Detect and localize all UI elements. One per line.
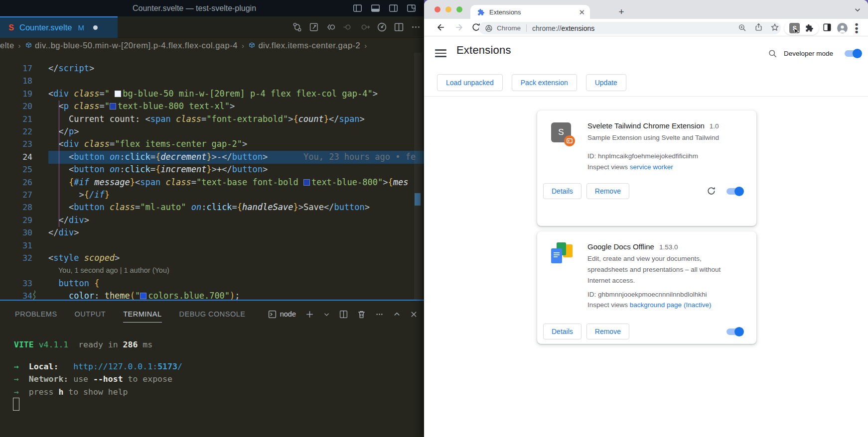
color-swatch — [115, 91, 121, 97]
load-unpacked-button[interactable]: Load unpacked — [437, 74, 503, 91]
open-changes-icon[interactable] — [309, 22, 319, 32]
git-compare-icon[interactable] — [292, 22, 302, 32]
terminal-line: VITE v4.1.1 ready in 286 ms — [14, 338, 152, 351]
new-tab-button[interactable]: + — [614, 5, 628, 19]
chrome-tab-strip: Extensions ✕ + — [424, 0, 868, 19]
terminal-line: → Local: http://127.0.0.1:5173/ — [14, 360, 182, 373]
active-extension-pill: S — [784, 21, 819, 35]
reading-mode-icon[interactable] — [823, 23, 832, 32]
tab-unsaved-dot[interactable] — [93, 25, 98, 30]
more-actions-icon[interactable] — [411, 22, 421, 32]
extension-card-docs: Google Docs Offline1.53.0Edit, create an… — [537, 231, 756, 344]
line-number: 25 — [0, 163, 32, 176]
forward-icon[interactable] — [454, 22, 464, 32]
extension-version: 1.53.0 — [659, 243, 678, 251]
terminal-line: → Network: use --host to expose — [14, 373, 172, 385]
extension-description: Edit, create and view your documents, — [587, 253, 702, 264]
extension-favicon — [477, 8, 485, 16]
toggle-secondary-sidebar-icon[interactable] — [389, 3, 398, 13]
extension-enabled-toggle[interactable] — [726, 188, 743, 195]
terminal-line: → press h to show help — [14, 386, 128, 398]
tab-title: Extensions — [489, 8, 574, 16]
code-line-30: </div> — [48, 226, 79, 239]
site-info-icon[interactable] — [485, 24, 493, 32]
editor-scrollbar[interactable] — [414, 53, 422, 300]
address-bar[interactable]: Chrome chrome://extensions — [479, 22, 781, 34]
color-swatch — [140, 293, 146, 299]
close-tab-icon[interactable]: ✕ — [579, 8, 585, 16]
bookmark-star-icon[interactable] — [770, 23, 779, 32]
line-number: 33 — [0, 277, 32, 290]
screen: Counter.svelte — test-svelte-plugin S Co… — [0, 0, 868, 437]
vscode-window-title: Counter.svelte — test-svelte-plugin — [0, 0, 389, 16]
extensions-puzzle-icon[interactable] — [805, 24, 814, 32]
code-line-27: >{/if} — [48, 189, 110, 201]
prev-change-icon[interactable] — [343, 22, 353, 32]
code-line-26: {#if message}<span class="text-base font… — [48, 176, 408, 189]
toggle-panel-icon[interactable] — [371, 3, 380, 13]
terminal-output[interactable]: VITE v4.1.1 ready in 286 ms→ Local: http… — [0, 301, 424, 437]
code-line-34: color: theme("colors.blue.700"); — [48, 290, 240, 300]
share-icon[interactable] — [754, 23, 763, 31]
pack-extension-button[interactable]: Pack extension — [512, 74, 577, 91]
extension-id: ID: hnplmcaikgfoehmeiejokedfificiihm — [587, 152, 698, 160]
customize-layout-icon[interactable] — [407, 3, 416, 13]
developer-mode-label: Developer mode — [784, 50, 833, 57]
breadcrumb-item[interactable]: div.flex.items-center.gap-2 — [258, 41, 360, 50]
line-number: 24 — [0, 151, 32, 163]
details-button[interactable]: Details — [543, 324, 581, 339]
extension-description: spreadsheets and presentations – all wit… — [587, 264, 721, 275]
google-docs-icon — [551, 242, 574, 265]
next-change-icon[interactable] — [360, 22, 370, 32]
inspect-views-link[interactable]: background page (Inactive) — [630, 301, 712, 309]
line-number: 30 — [0, 226, 32, 239]
editor-actions — [292, 16, 421, 38]
header-divider — [424, 96, 868, 97]
minimize-window-button[interactable] — [445, 6, 451, 12]
breadcrumb-item[interactable]: elte — [0, 41, 14, 50]
browser-tab-extensions[interactable]: Extensions ✕ — [470, 5, 590, 19]
breadcrumb-item[interactable]: div..bg-blue-50.min-w-[20rem].p-4.flex.f… — [35, 41, 238, 50]
vscode-tab-bar: S Counter.svelte M — [0, 16, 424, 38]
developer-mode-toggle[interactable] — [845, 50, 861, 57]
code-line-17: </script> — [48, 62, 94, 75]
chrome-menu-icon[interactable]: ••• — [855, 22, 859, 34]
page-title: Extensions — [456, 44, 511, 57]
svelte-extension-toolbar-icon[interactable]: S — [789, 23, 800, 33]
remove-button[interactable]: Remove — [586, 183, 629, 199]
menu-hamburger-icon[interactable] — [435, 49, 446, 57]
back-icon[interactable] — [436, 22, 446, 32]
color-swatch — [110, 103, 116, 109]
details-button[interactable]: Details — [543, 183, 581, 199]
split-editor-icon[interactable] — [394, 22, 404, 32]
remove-button[interactable]: Remove — [586, 324, 629, 339]
line-number: 32 — [0, 252, 32, 264]
update-button[interactable]: Update — [586, 74, 626, 91]
line-number: 22 — [0, 125, 32, 138]
git-blame-annotation: You, 1 second ago | 1 author (You) — [58, 264, 169, 277]
code-line-24: <button on:click={decrement}>-</button> … — [48, 151, 416, 163]
inspect-views-link[interactable]: service worker — [630, 163, 673, 171]
profile-avatar[interactable] — [837, 23, 848, 33]
code-line-32: <style scoped> — [48, 252, 120, 264]
line-number: 27 — [0, 189, 32, 201]
toggle-sidebar-icon[interactable] — [353, 3, 362, 13]
reload-extension-icon[interactable] — [707, 186, 716, 196]
line-number: 20 — [0, 100, 32, 112]
search-icon[interactable] — [768, 49, 777, 58]
extension-enabled-toggle[interactable] — [726, 328, 743, 335]
code-editor[interactable]: 171819202122232425262728293031323334 </s… — [0, 53, 424, 300]
run-profile-icon[interactable] — [377, 22, 387, 32]
zoom-window-button[interactable] — [456, 6, 462, 12]
close-window-button[interactable] — [434, 6, 440, 12]
extension-version: 1.0 — [710, 122, 719, 130]
code-line-33: button { — [48, 277, 99, 290]
tab-search-chevron-icon[interactable] — [854, 6, 861, 13]
editor-tab-counter-svelte[interactable]: S Counter.svelte M — [0, 16, 118, 38]
back-reference-icon[interactable] — [326, 22, 336, 32]
zoom-icon[interactable] — [738, 23, 746, 32]
breadcrumb-chevron: › — [18, 41, 21, 50]
extension-card-svelte: SSvelete Tailwind Chrome Extension1.0Sam… — [537, 110, 756, 226]
vscode-window: Counter.svelte — test-svelte-plugin S Co… — [0, 0, 424, 437]
mouse-cursor — [793, 28, 800, 36]
